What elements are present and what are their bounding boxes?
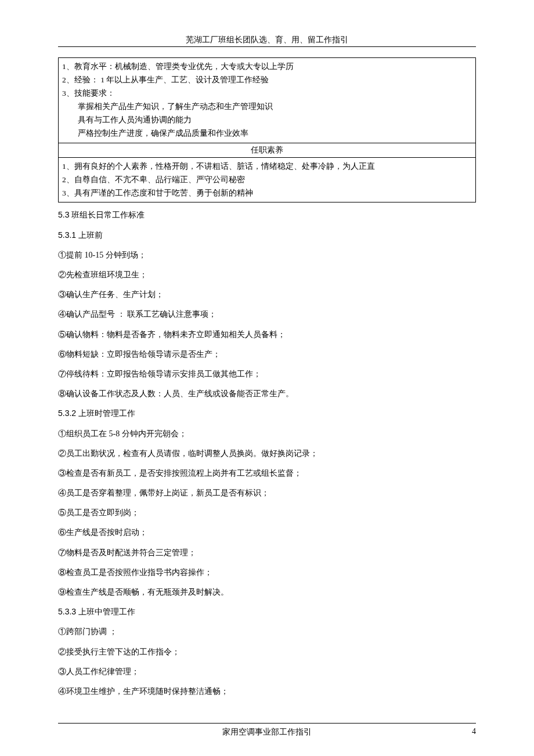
- box-line: 1、拥有良好的个人素养，性格开朗，不讲粗话、脏话，情绪稳定、处事冷静，为人正直: [62, 160, 472, 173]
- list-item: ⑦物料是否及时配送并符合三定管理；: [58, 545, 476, 560]
- section-5-3-3: 5.3.3 上班中管理工作: [58, 605, 476, 619]
- list-item: ②先检查班组环境卫生；: [58, 267, 476, 282]
- list-item: ②员工出勤状况，检查有人员请假，临时调整人员换岗。做好换岗记录；: [58, 446, 476, 461]
- list-item: ⑧检查员工是否按照作业指导书内容操作；: [58, 565, 476, 580]
- section-5-3-2: 5.3.2 上班时管理工作: [58, 406, 476, 421]
- box-subline: 具有与工作人员沟通协调的能力: [62, 114, 472, 127]
- page-footer: 家用空调事业部工作指引 4: [58, 723, 476, 737]
- section-5-3: 5.3 班组长日常工作标准: [58, 208, 476, 222]
- box-line: 2、自尊自信、不亢不卑、品行端正、严守公司秘密: [62, 173, 472, 187]
- box-line: 3、技能要求：: [62, 87, 472, 100]
- list-item: ⑤员工是否立即到岗；: [58, 505, 476, 520]
- list-item: ⑧确认设备工作状态及人数：人员、生产线或设备能否正常生产。: [58, 386, 476, 401]
- list-item: ⑥生产线是否按时启动；: [58, 525, 476, 540]
- list-item: ⑥物料短缺：立即报告给领导请示是否生产；: [58, 347, 476, 361]
- list-item: ⑦停线待料：立即报告给领导请示安排员工做其他工作；: [58, 367, 476, 381]
- list-item: ①跨部门协调 ；: [58, 624, 476, 639]
- qualification-upper: 1、教育水平：机械制造、管理类专业优先，大专或大专以上学历 2、经验： 1 年以…: [59, 58, 475, 143]
- box-line: 2、经验： 1 年以上从事生产、工艺、设计及管理工作经验: [62, 74, 472, 87]
- box-subline: 掌握相关产品生产知识，了解生产动态和生产管理知识: [62, 100, 472, 114]
- list-item: ③检查是否有新员工，是否安排按照流程上岗并有工艺或组长监督；: [58, 466, 476, 480]
- box-line: 3、具有严谨的工作态度和甘于吃苦、勇于创新的精神: [62, 187, 472, 200]
- section-5-3-1: 5.3.1 上班前: [58, 228, 476, 243]
- box-divider-title: 任职素养: [59, 143, 475, 157]
- list-item: ①提前 10-15 分钟到场；: [58, 248, 476, 262]
- list-item: ③人员工作纪律管理；: [58, 664, 476, 679]
- footer-line: [58, 723, 476, 724]
- box-subline: 严格控制生产进度，确保产成品质量和作业效率: [62, 127, 472, 140]
- footer-center-text: 家用空调事业部工作指引: [75, 727, 459, 737]
- page-content: 芜湖工厂班组长团队选、育、用、留工作指引 1、教育水平：机械制造、管理类专业优先…: [0, 0, 534, 699]
- list-item: ①组织员工在 5-8 分钟内开完朝会；: [58, 426, 476, 441]
- list-item: ④员工是否穿着整理，佩带好上岗证，新员工是否有标识；: [58, 486, 476, 500]
- list-item: ③确认生产任务、生产计划；: [58, 287, 476, 302]
- qualification-lower: 1、拥有良好的个人素养，性格开朗，不讲粗话、脏话，情绪稳定、处事冷静，为人正直 …: [59, 157, 475, 202]
- list-item: ②接受执行主管下达的工作指令；: [58, 645, 476, 659]
- header-underline: [58, 46, 476, 47]
- list-item: ④环境卫生维护，生产环境随时保持整洁通畅；: [58, 684, 476, 699]
- list-item: ⑨检查生产线是否顺畅，有无瓶颈并及时解决。: [58, 585, 476, 599]
- list-item: ④确认产品型号 ： 联系工艺确认注意事项；: [58, 307, 476, 321]
- page-number: 4: [459, 727, 476, 737]
- box-line: 1、教育水平：机械制造、管理类专业优先，大专或大专以上学历: [62, 60, 472, 74]
- list-item: ⑤确认物料：物料是否备齐，物料未齐立即通知相关人员备料；: [58, 327, 476, 342]
- qualification-box: 1、教育水平：机械制造、管理类专业优先，大专或大专以上学历 2、经验： 1 年以…: [58, 57, 476, 202]
- page-header-title: 芜湖工厂班组长团队选、育、用、留工作指引: [58, 35, 476, 45]
